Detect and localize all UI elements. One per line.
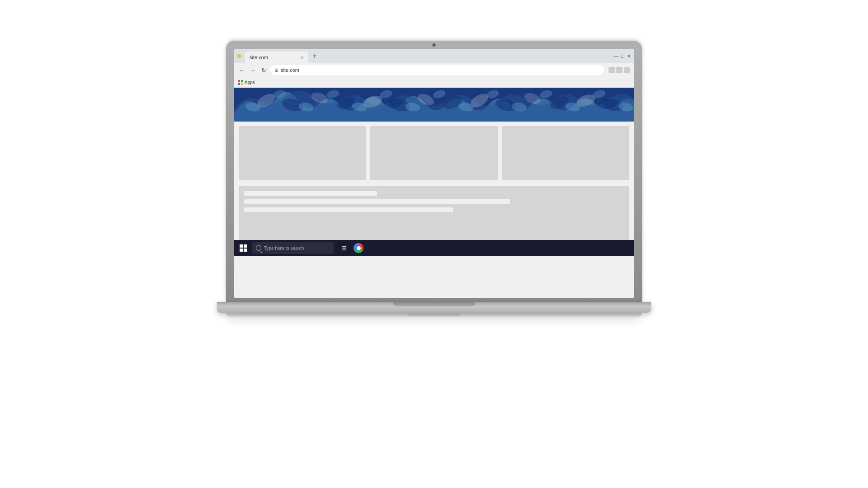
taskbar-icons: ⊞ xyxy=(338,242,364,254)
search-icon xyxy=(256,245,261,251)
screen: site.com ✕ + — □ ✕ ← → ↻ 🔒 xyxy=(234,49,634,298)
maximize-button[interactable]: □ xyxy=(621,53,624,59)
address-text: site.com xyxy=(281,67,299,73)
start-button[interactable] xyxy=(237,242,250,254)
forward-button[interactable]: → xyxy=(249,66,257,74)
content-card-1 xyxy=(239,126,366,180)
content-grid xyxy=(234,126,634,180)
chrome-inner-circle xyxy=(357,246,361,250)
tab-favicon xyxy=(237,54,241,58)
ms-grid-icon xyxy=(238,80,243,85)
text-bar-title xyxy=(244,191,377,196)
new-tab-button[interactable]: + xyxy=(309,51,320,61)
chrome-icon xyxy=(354,243,363,253)
task-view-button[interactable]: ⊞ xyxy=(338,242,350,254)
reload-button[interactable]: ↻ xyxy=(259,66,268,74)
trackpad xyxy=(407,313,461,316)
content-section-bottom xyxy=(239,186,629,240)
windows-logo-icon xyxy=(240,244,247,252)
taskbar-search[interactable]: Type here to search xyxy=(252,242,334,254)
apps-label: Apps xyxy=(245,80,255,85)
taskbar: Type here to search ⊞ xyxy=(234,240,634,256)
secure-icon: 🔒 xyxy=(274,68,279,72)
active-tab[interactable]: site.com ✕ xyxy=(245,52,308,63)
laptop-hinge xyxy=(393,302,475,306)
laptop-base xyxy=(217,302,651,313)
browser-chrome: site.com ✕ + — □ ✕ ← → ↻ 🔒 xyxy=(234,49,634,88)
ext-icon-1 xyxy=(609,67,615,73)
ext-icon-2 xyxy=(616,67,623,73)
navigation-bar: ← → ↻ 🔒 site.com xyxy=(234,63,634,77)
content-card-3 xyxy=(502,126,629,180)
tab-title: site.com xyxy=(250,55,268,60)
tab-close-button[interactable]: ✕ xyxy=(300,55,304,60)
content-card-2 xyxy=(370,126,497,180)
apps-bookmark[interactable]: Apps xyxy=(238,80,255,85)
text-bar-body-2 xyxy=(244,207,453,212)
laptop-bottom xyxy=(226,313,642,317)
website-content: Type here to search ⊞ xyxy=(234,88,634,298)
laptop-lid: site.com ✕ + — □ ✕ ← → ↻ 🔒 xyxy=(226,41,642,303)
laptop: site.com ✕ + — □ ✕ ← → ↻ 🔒 xyxy=(208,41,660,447)
chrome-taskbar-button[interactable] xyxy=(353,242,364,254)
camera xyxy=(433,43,436,47)
address-bar[interactable]: 🔒 site.com xyxy=(270,65,604,75)
tab-bar: site.com ✕ + — □ ✕ xyxy=(234,49,634,63)
task-view-icon: ⊞ xyxy=(341,244,347,252)
ext-icon-3 xyxy=(624,67,630,73)
extension-icons xyxy=(609,67,630,73)
search-placeholder: Type here to search xyxy=(264,246,304,251)
text-bar-body-1 xyxy=(244,199,510,204)
pattern-svg xyxy=(234,88,634,122)
close-button[interactable]: ✕ xyxy=(627,53,631,59)
back-button[interactable]: ← xyxy=(238,66,246,74)
bookmarks-bar: Apps xyxy=(234,77,634,88)
minimize-button[interactable]: — xyxy=(613,53,618,59)
hero-banner xyxy=(234,88,634,122)
